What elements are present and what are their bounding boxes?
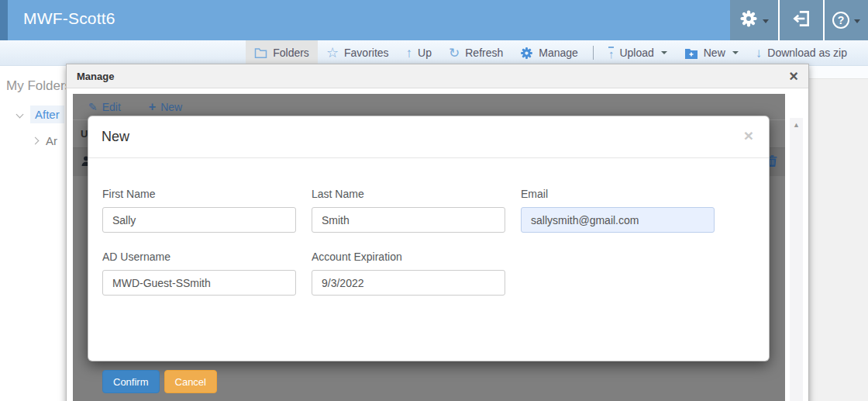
new-dialog: New × First Name Last Name Email AD User… [88, 116, 770, 361]
plus-icon: + [149, 100, 156, 114]
chevron-right-icon[interactable] [32, 137, 40, 145]
file-list-header-strip [809, 66, 868, 79]
tree-item-label[interactable]: Ar [46, 134, 57, 147]
new-dialog-header: New × [88, 116, 769, 158]
app-header: MWF-Scott6 [0, 0, 868, 40]
manage-dialog-header: Manage × [67, 64, 808, 88]
confirm-button[interactable]: Confirm [102, 370, 160, 393]
edit-button[interactable]: ✎ Edit [88, 101, 121, 113]
chevron-down-icon[interactable] [16, 111, 24, 119]
last-name-input[interactable] [312, 207, 505, 233]
help-button[interactable]: ? [823, 0, 868, 40]
new-dialog-buttons: Confirm Cancel [102, 370, 217, 393]
email-input[interactable] [521, 207, 715, 233]
help-icon: ? [832, 12, 849, 29]
toolbar-item-label: Up [418, 47, 432, 59]
toolbar-item-new[interactable]: New [676, 40, 747, 65]
toolbar-item-upload[interactable]: ↑ Upload [600, 40, 676, 65]
new-button[interactable]: + New [149, 100, 182, 114]
ad-username-input[interactable] [102, 270, 296, 296]
toolbar-item-label: Upload [619, 47, 653, 59]
app-window: MWF-Scott6 [0, 0, 868, 401]
toolbar-item-refresh[interactable]: ↻ Refresh [440, 40, 512, 65]
new-dialog-title: New [102, 129, 129, 144]
manage-dialog-title: Manage [77, 71, 114, 82]
star-icon: ☆ [326, 46, 339, 60]
new-user-form: First Name Last Name Email AD Username A… [102, 188, 755, 296]
settings-button[interactable] [730, 0, 778, 40]
header-actions: ? [730, 0, 868, 40]
logout-icon [791, 9, 811, 32]
last-name-field-group: Last Name [312, 188, 505, 233]
email-label: Email [521, 188, 715, 200]
new-folder-icon [684, 47, 698, 59]
ad-username-field-group: AD Username [102, 251, 296, 296]
toolbar-item-label: Manage [539, 47, 578, 59]
toolbar-item-label: Download as zip [767, 47, 847, 59]
first-name-field-group: First Name [102, 188, 296, 233]
scroll-up-icon[interactable]: ▲ [793, 121, 800, 401]
chevron-down-icon [854, 19, 860, 23]
toolbar-item-label: Favorites [344, 47, 389, 59]
main-toolbar: Folders ☆ Favorites ↑ Up ↻ Refresh [0, 40, 868, 66]
last-name-label: Last Name [312, 188, 505, 200]
toolbar-item-label: Folders [273, 47, 309, 59]
toolbar-item-label: Refresh [465, 47, 503, 59]
toolbar-item-folders[interactable]: Folders [246, 40, 318, 65]
account-expiration-input[interactable] [312, 270, 505, 296]
upload-icon: ↑ [608, 47, 615, 60]
cancel-button[interactable]: Cancel [164, 370, 217, 393]
header-accent-bar [0, 0, 8, 40]
toolbar-item-favorites[interactable]: ☆ Favorites [318, 40, 398, 65]
refresh-icon: ↻ [449, 47, 460, 60]
manage-dialog-scrollbar[interactable]: ▲ [790, 118, 803, 401]
email-field-group: Email [521, 188, 715, 233]
toolbar-item-label: New [704, 47, 725, 59]
first-name-label: First Name [102, 188, 296, 200]
ad-username-label: AD Username [102, 251, 296, 263]
account-expiration-label: Account Expiration [312, 251, 505, 263]
new-button-label: New [160, 101, 182, 113]
chevron-down-icon [661, 51, 667, 54]
chevron-down-icon [763, 19, 769, 23]
file-list-background [809, 66, 868, 401]
download-icon: ↓ [756, 47, 763, 60]
toolbar-item-up[interactable]: ↑ Up [398, 40, 440, 65]
gear-icon [520, 47, 533, 60]
gear-icon [739, 9, 758, 31]
toolbar-item-download-as-zip[interactable]: ↓ Download as zip [747, 40, 856, 65]
new-dialog-body: First Name Last Name Email AD Username A… [88, 158, 769, 296]
folders-icon [254, 47, 267, 59]
toolbar-item-manage[interactable]: Manage [512, 40, 587, 65]
close-icon[interactable]: × [789, 68, 798, 84]
account-expiration-field-group: Account Expiration [312, 251, 505, 296]
app-title: MWF-Scott6 [23, 9, 115, 28]
up-arrow-icon: ↑ [406, 47, 413, 60]
toolbar-separator [593, 46, 594, 60]
close-icon[interactable]: × [744, 127, 753, 143]
pencil-icon: ✎ [88, 101, 98, 113]
first-name-input[interactable] [102, 207, 296, 233]
tree-item-label[interactable]: After [30, 105, 64, 123]
logout-button[interactable] [778, 0, 823, 40]
chevron-down-icon [732, 51, 739, 54]
edit-button-label: Edit [102, 101, 121, 113]
